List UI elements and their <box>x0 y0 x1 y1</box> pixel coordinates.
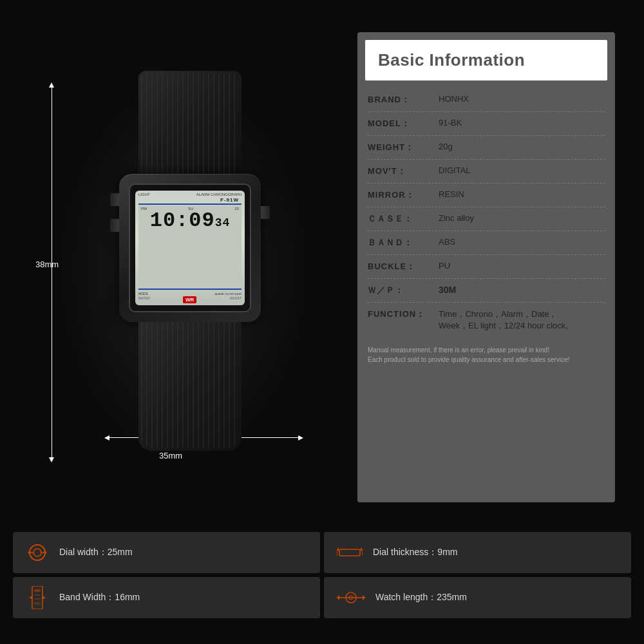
movt-val: DIGITAL <box>439 166 605 175</box>
watch-button-left2 <box>110 219 119 232</box>
dial-width-icon <box>26 542 49 563</box>
info-card: Basic Information BRAND： HONHX MODEL： 91… <box>357 32 615 502</box>
bottom-bars: Dial width：25mm Dial thickness：9mm <box>0 528 644 644</box>
band-width-label: Band Width：16mm <box>59 592 140 603</box>
row-case: ＣＡＳＥ： Zinc alloy <box>368 207 605 231</box>
dial-thickness-label: Dial thickness：9mm <box>373 547 457 558</box>
row-buckle: BUCKLE： PU <box>368 255 605 279</box>
function-val: Time，Chrono，Alarm，Date，Week，EL light，12/… <box>439 308 605 332</box>
height-label: 38mm <box>35 260 59 269</box>
svg-rect-18 <box>34 598 41 600</box>
function-key: FUNCTION： <box>368 308 439 320</box>
blue-accent-line <box>138 204 242 205</box>
band-width-icon <box>26 586 49 609</box>
resist-label: RESIST <box>230 296 242 303</box>
svg-rect-6 <box>339 549 360 556</box>
wp-val: 30M <box>439 285 605 295</box>
v-arrow-top <box>49 82 54 88</box>
svg-marker-14 <box>30 596 32 600</box>
band-key: ＢＡＮＤ： <box>368 237 439 249</box>
svg-marker-21 <box>337 595 339 600</box>
watch-section: 38mm 35mm LIGHT ALARM CHRONOGRAPH <box>29 32 338 509</box>
spec-band-width: Band Width：16mm <box>13 577 320 618</box>
svg-rect-17 <box>34 594 41 596</box>
spec-dial-width: Dial width：25mm <box>13 532 320 573</box>
svg-marker-22 <box>363 595 365 600</box>
watch-button-right <box>261 206 270 219</box>
face-display-area: PM 5U 20 10:0934 <box>138 205 242 288</box>
svg-marker-15 <box>43 596 45 600</box>
buckle-key: BUCKLE： <box>368 261 439 272</box>
face-bottom-row: MODE ALARM ON·OFF/24HR <box>138 292 242 296</box>
brand-val: HONHX <box>439 94 605 104</box>
mode-label: MODE <box>138 292 148 296</box>
dial-thickness-icon <box>337 545 363 560</box>
blue-accent-line-2 <box>138 289 242 290</box>
row-band: ＢＡＮＤ： ABS <box>368 231 605 255</box>
face-bottom-text: WATER WR RESIST <box>138 296 242 303</box>
face-top-bar: LIGHT ALARM CHRONOGRAPH <box>138 193 242 196</box>
disclaimer-line2: Each product sold to provide quality ass… <box>368 355 605 365</box>
weight-val: 20g <box>439 142 605 151</box>
watch-length-label: Watch length：235mm <box>375 592 467 603</box>
vertical-measure-line <box>52 84 52 457</box>
row-mirror: MIRROR： RESIN <box>368 184 605 207</box>
info-header: Basic Information <box>365 40 607 80</box>
row-movt: MOV'T： DIGITAL <box>368 160 605 184</box>
info-disclaimer: Manual measurement, if there is an error… <box>357 340 615 370</box>
case-key: ＣＡＳＥ： <box>368 213 439 225</box>
row-brand: BRAND： HONHX <box>368 88 605 112</box>
svg-rect-16 <box>34 589 41 592</box>
watch-length-icon <box>337 589 365 607</box>
brand-key: BRAND： <box>368 94 439 106</box>
mirror-key: MIRROR： <box>368 189 439 201</box>
watch-button-left <box>110 193 119 206</box>
model-name: F-91W <box>138 197 242 203</box>
svg-rect-19 <box>34 602 41 605</box>
alarm-label: ALARM ON·OFF/24HR <box>215 292 242 296</box>
band-val: ABS <box>439 237 605 247</box>
svg-marker-4 <box>28 551 30 554</box>
row-weight: WEIGHT： 20g <box>368 136 605 160</box>
watch-band-top <box>138 71 242 174</box>
wr-badge: WR <box>183 296 196 303</box>
buckle-val: PU <box>439 261 605 270</box>
dial-width-label: Dial width：25mm <box>59 547 133 558</box>
bottom-row-1: Dial width：25mm Dial thickness：9mm <box>13 532 631 573</box>
watch-case: LIGHT ALARM CHRONOGRAPH F-91W PM 5U 20 1… <box>119 174 261 322</box>
watch-face-outer: LIGHT ALARM CHRONOGRAPH F-91W PM 5U 20 1… <box>129 184 251 312</box>
spec-watch-length: Watch length：235mm <box>324 577 631 618</box>
watch-band-bottom <box>138 322 242 451</box>
wp-key: Ｗ／Ｐ： <box>368 285 439 296</box>
watch-illustration: LIGHT ALARM CHRONOGRAPH F-91W PM 5U 20 1… <box>68 71 312 522</box>
movt-key: MOV'T： <box>368 166 439 177</box>
svg-marker-5 <box>44 551 47 554</box>
main-content: 38mm 35mm LIGHT ALARM CHRONOGRAPH <box>0 0 644 528</box>
time-display: 10:0934 <box>141 211 239 231</box>
v-arrow-bottom <box>49 457 54 462</box>
spec-dial-thickness: Dial thickness：9mm <box>324 532 631 573</box>
info-title: Basic Information <box>378 50 594 70</box>
light-label: LIGHT <box>138 193 150 196</box>
disclaimer-line1: Manual measurement, if there is an error… <box>368 345 605 355</box>
svg-point-1 <box>33 549 41 556</box>
weight-key: WEIGHT： <box>368 142 439 153</box>
model-key: MODEL： <box>368 118 439 129</box>
model-val: 91-BK <box>439 118 605 128</box>
water-label: WATER <box>138 296 150 303</box>
info-table: BRAND： HONHX MODEL： 91-BK WEIGHT： 20g MO… <box>357 88 615 337</box>
bottom-row-2: Band Width：16mm Watch length：235mm <box>13 577 631 618</box>
row-model: MODEL： 91-BK <box>368 112 605 136</box>
row-wp: Ｗ／Ｐ： 30M <box>368 279 605 303</box>
mirror-val: RESIN <box>439 189 605 199</box>
case-val: Zinc alloy <box>439 213 605 223</box>
row-function: FUNCTION： Time，Chrono，Alarm，Date，Week，EL… <box>368 303 605 337</box>
watch-face: LIGHT ALARM CHRONOGRAPH F-91W PM 5U 20 1… <box>135 191 245 305</box>
alarm-chrono-label: ALARM CHRONOGRAPH <box>196 193 242 196</box>
